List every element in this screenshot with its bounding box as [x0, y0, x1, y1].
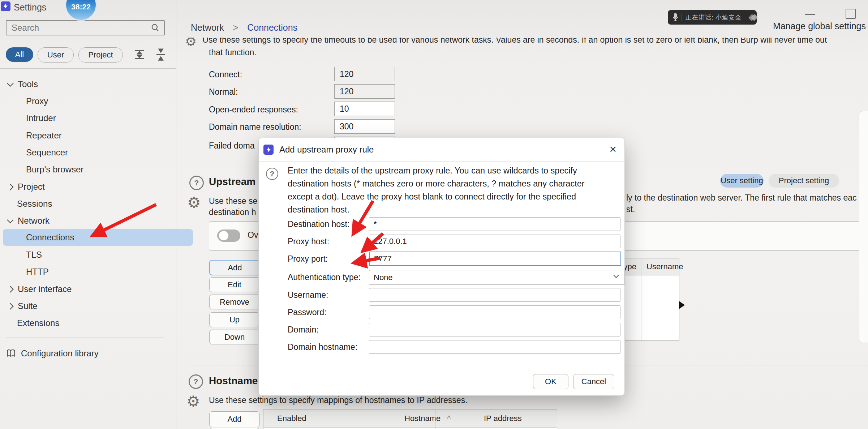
project-setting-badge[interactable]: Project setting: [769, 174, 839, 188]
username-column-header[interactable]: Username: [646, 262, 683, 271]
sidebar-item-extensions[interactable]: Extensions: [3, 315, 184, 331]
search-box: [6, 20, 165, 35]
help-icon[interactable]: ?: [189, 176, 204, 190]
breadcrumb-current[interactable]: Connections: [247, 22, 297, 33]
filter-label: User: [47, 50, 64, 60]
upstream-desc-line1: Use these se: [209, 196, 258, 206]
timeouts-description-line1: Use these settings to specify the timeou…: [202, 38, 827, 47]
upstream-remove-button[interactable]: Remove: [209, 295, 260, 309]
connect-input[interactable]: [334, 67, 395, 81]
override-toggle-label: Over: [248, 230, 258, 240]
sidebar-item-proxy[interactable]: Proxy: [3, 93, 193, 110]
proxy-host-input[interactable]: [369, 235, 620, 248]
normal-label: Normal:: [209, 87, 238, 97]
domain-name-resolution-input[interactable]: [334, 119, 395, 134]
filter-project-button[interactable]: Project: [78, 47, 123, 63]
dialog-description-line: destination host.: [288, 205, 613, 215]
help-glyph: ?: [270, 170, 275, 178]
sidebar-item-project[interactable]: Project: [3, 179, 170, 195]
cancel-button[interactable]: Cancel: [573, 374, 614, 389]
normal-input[interactable]: [334, 84, 395, 99]
domain-input[interactable]: [369, 323, 620, 336]
sidebar: Settings All User Project Tools Proxy In…: [0, 0, 176, 429]
upstream-desc-line2: destination h: [209, 207, 258, 217]
button-label: Add: [227, 415, 241, 424]
sort-ascending-icon[interactable]: ^: [447, 414, 451, 423]
maximize-button[interactable]: [846, 9, 856, 19]
expand-all-icon[interactable]: [133, 48, 146, 61]
hostname-table[interactable]: Enabled Hostname ^ IP address: [263, 409, 557, 429]
proxy-port-input[interactable]: [369, 252, 621, 266]
sidebar-item-tools[interactable]: Tools: [3, 76, 170, 93]
sidebar-item-sequencer[interactable]: Sequencer: [3, 144, 193, 161]
voice-status-text: 正在讲话: 小迪安全: [686, 13, 742, 22]
book-icon: [7, 349, 16, 358]
help-glyph: ?: [194, 377, 198, 386]
open-ended-responses-input[interactable]: [334, 102, 395, 116]
sidebar-item-label: Tools: [18, 79, 38, 89]
timeouts-description-clip: ⚙ Use these settings to specify the time…: [185, 38, 868, 47]
dialog-title: Add upstream proxy rule: [279, 145, 374, 155]
close-icon[interactable]: ×: [609, 142, 616, 156]
minimize-button[interactable]: [805, 14, 815, 15]
upstream-down-button[interactable]: Down: [209, 330, 260, 344]
ip-address-column-header[interactable]: IP address: [484, 414, 522, 423]
divider: [6, 338, 164, 338]
hostname-add-button[interactable]: Add: [209, 411, 260, 427]
hostname-table-header: Enabled Hostname ^ IP address: [263, 409, 557, 428]
manage-global-settings-link[interactable]: Manage global settings: [757, 21, 866, 31]
username-input[interactable]: [369, 288, 620, 302]
open-ended-responses-label: Open-ended responses:: [209, 105, 298, 115]
badge-label: Project setting: [779, 176, 829, 185]
sidebar-item-label: Repeater: [26, 130, 62, 141]
upstream-add-button[interactable]: Add: [209, 260, 261, 275]
enabled-column-header[interactable]: Enabled: [277, 414, 306, 423]
destination-host-input[interactable]: [369, 217, 620, 231]
sidebar-item-intruder[interactable]: Intruder: [3, 110, 193, 126]
column-divider: [435, 409, 435, 429]
sidebar-item-repeater[interactable]: Repeater: [3, 127, 193, 144]
button-label: OK: [545, 377, 557, 386]
select-value: None: [374, 273, 393, 282]
authentication-type-select[interactable]: None: [369, 270, 625, 285]
badge-label: User setting: [721, 176, 763, 185]
button-label: Up: [229, 315, 240, 325]
chevron-right-icon: [7, 286, 13, 292]
help-icon[interactable]: ?: [189, 374, 203, 389]
sidebar-item-tls[interactable]: TLS: [3, 246, 193, 263]
row-caret-icon: [679, 301, 685, 309]
domain-hostname-input[interactable]: [369, 340, 620, 354]
ok-button[interactable]: OK: [533, 374, 568, 389]
sidebar-item-label: Network: [18, 216, 50, 226]
password-input[interactable]: [369, 305, 620, 319]
password-label: Password:: [288, 308, 326, 317]
configuration-library-button[interactable]: Configuration library: [3, 346, 169, 361]
sidebar-item-network[interactable]: Network: [3, 213, 170, 229]
sidebar-item-sessions[interactable]: Sessions: [3, 196, 184, 212]
scrollbar[interactable]: [859, 111, 868, 343]
collapse-all-icon[interactable]: [155, 48, 167, 61]
connect-label: Connect:: [209, 70, 242, 80]
sidebar-item-http[interactable]: HTTP: [3, 263, 193, 280]
filter-all-button[interactable]: All: [6, 47, 33, 62]
search-input[interactable]: [7, 23, 150, 33]
breadcrumb: Network > Connections: [191, 22, 297, 33]
upstream-up-button[interactable]: Up: [209, 312, 260, 327]
sidebar-item-label: HTTP: [26, 267, 49, 277]
sidebar-item-suite[interactable]: Suite: [3, 298, 170, 314]
upstream-edit-button[interactable]: Edit: [209, 277, 260, 292]
upstream-section-heading: Upstream: [209, 176, 258, 188]
sidebar-item-burps-browser[interactable]: Burp's browser: [3, 161, 193, 178]
filter-user-button[interactable]: User: [38, 47, 74, 63]
override-toggle[interactable]: [217, 229, 240, 242]
breadcrumb-parent[interactable]: Network: [191, 22, 224, 33]
button-label: Cancel: [581, 377, 606, 386]
dialog-titlebar[interactable]: Add upstream proxy rule ×: [259, 138, 624, 162]
user-setting-badge[interactable]: User setting: [720, 174, 764, 188]
sidebar-item-label: Project: [18, 182, 45, 192]
chevron-down-icon: [7, 216, 13, 223]
button-label: Edit: [228, 280, 241, 289]
sidebar-item-connections[interactable]: Connections: [3, 229, 193, 246]
sidebar-item-user-interface[interactable]: User interface: [3, 281, 170, 297]
gear-icon: ⚙: [185, 38, 197, 47]
